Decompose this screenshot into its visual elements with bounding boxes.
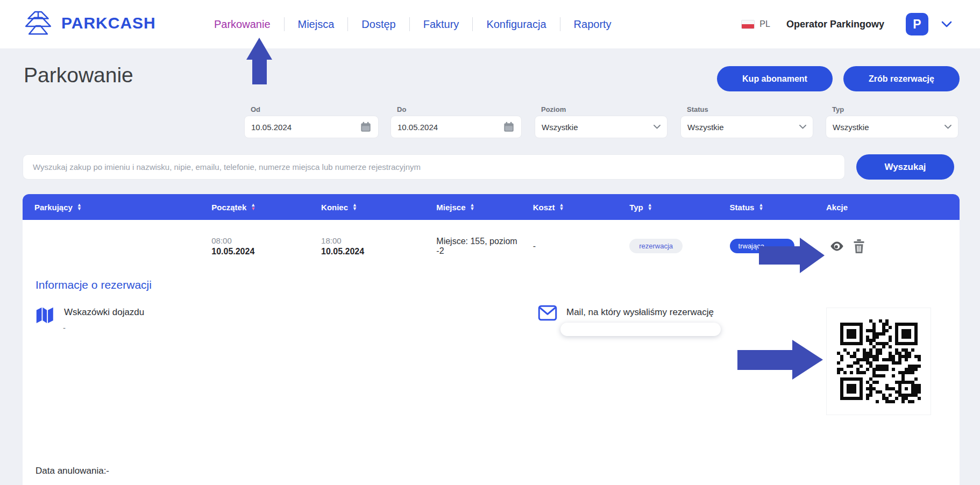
nav-item-raporty[interactable]: Raporty xyxy=(574,18,612,31)
user-menu-chevron[interactable] xyxy=(941,21,952,27)
sort-icon: ▲▼ xyxy=(559,203,564,211)
date-to-value: 10.05.2024 xyxy=(397,123,503,132)
trash-icon xyxy=(852,239,866,254)
column-header-typ[interactable]: Typ▲▼ xyxy=(617,203,718,212)
reservation-info-heading: Informacje o rezerwacji xyxy=(35,279,152,291)
nav-item-miejsca[interactable]: Miejsca xyxy=(298,18,335,31)
nav-separator xyxy=(284,17,285,31)
filter-type: Typ Wszystkie xyxy=(826,105,958,138)
qr-code-image xyxy=(837,319,921,403)
cell-miejsce: Miejsce: 155, poziom -2 xyxy=(424,237,521,256)
directions-label: Wskazówki dojazdu xyxy=(64,305,144,318)
column-header-poczatek[interactable]: Początek▲▼ xyxy=(200,203,309,212)
view-reservation-button[interactable] xyxy=(829,239,844,254)
chevron-down-icon xyxy=(799,125,806,129)
nav-separator xyxy=(560,17,560,31)
nav-item-dostep[interactable]: Dostęp xyxy=(361,18,395,31)
parkcash-logo-icon xyxy=(24,9,53,37)
make-reservation-button[interactable]: Zrób rezerwację xyxy=(843,66,960,91)
buy-subscription-button[interactable]: Kup abonament xyxy=(717,66,833,91)
nav-separator xyxy=(472,17,473,31)
column-header-parkujacy[interactable]: Parkujący▲▼ xyxy=(23,203,200,212)
cell-koszt: - xyxy=(521,241,617,251)
filter-status: Status Wszystkie xyxy=(680,105,813,138)
filter-label: Typ xyxy=(832,105,958,113)
end-date: 10.05.2024 xyxy=(321,247,424,256)
sort-icon: ▲▼ xyxy=(470,203,475,211)
mail-label: Mail, na który wysłaliśmy rezerwację xyxy=(566,305,714,318)
nav-item-parkowanie[interactable]: Parkowanie xyxy=(214,18,271,31)
mail-address-pill xyxy=(560,323,721,336)
chevron-down-icon xyxy=(941,21,952,27)
sort-icon: ▲▼ xyxy=(251,203,255,211)
date-from-value: 10.05.2024 xyxy=(251,123,360,132)
parkcash-app: PARKCASH Parkowanie Miejsca Dostęp Faktu… xyxy=(0,0,980,485)
poland-flag-icon[interactable] xyxy=(741,20,755,29)
nav-item-konfiguracja[interactable]: Konfiguracja xyxy=(486,18,546,31)
sort-icon: ▲▼ xyxy=(648,203,652,211)
top-navigation-bar: PARKCASH Parkowanie Miejsca Dostęp Faktu… xyxy=(0,0,980,48)
sort-icon: ▲▼ xyxy=(77,203,82,211)
table-header: Parkujący▲▼ Początek▲▼ Koniec▲▼ Miejsce▲… xyxy=(23,194,960,220)
calendar-icon xyxy=(360,121,372,133)
cell-typ: rezerwacja xyxy=(617,239,718,253)
map-icon xyxy=(34,305,55,324)
date-to-input[interactable]: 10.05.2024 xyxy=(390,116,522,138)
annotation-arrow-qr xyxy=(737,340,823,380)
annotation-arrow-up-nav xyxy=(246,38,272,84)
cell-poczatek: 08:00 10.05.2024 xyxy=(200,236,309,256)
mail-icon xyxy=(538,305,557,321)
cancellation-date: Data anulowania:- xyxy=(35,466,109,476)
column-header-akcje: Akcje xyxy=(814,203,960,212)
avatar[interactable]: P xyxy=(906,13,928,35)
main-nav: Parkowanie Miejsca Dostęp Faktury Konfig… xyxy=(214,0,612,48)
user-name: Operator Parkingowy xyxy=(786,19,884,30)
brand-name: PARKCASH xyxy=(61,14,156,32)
page-title: Parkowanie xyxy=(24,63,133,87)
sort-icon: ▲▼ xyxy=(758,203,763,211)
directions-value: - xyxy=(63,323,66,332)
filter-date-from: Od 10.05.2024 xyxy=(244,105,379,138)
start-time: 08:00 xyxy=(211,236,309,245)
sort-icon: ▲▼ xyxy=(352,203,357,211)
filter-label: Do xyxy=(397,105,522,113)
column-header-status[interactable]: Status▲▼ xyxy=(718,203,814,212)
search-input[interactable] xyxy=(23,154,845,180)
user-area: PL Operator Parkingowy P xyxy=(741,0,952,48)
mail-item: Mail, na który wysłaliśmy rezerwację xyxy=(538,305,714,321)
eye-icon xyxy=(829,239,844,254)
type-badge: rezerwacja xyxy=(629,239,683,253)
language-code[interactable]: PL xyxy=(759,19,770,29)
nav-item-faktury[interactable]: Faktury xyxy=(423,18,459,31)
directions-item[interactable]: Wskazówki dojazdu xyxy=(34,305,144,324)
filter-label: Od xyxy=(251,105,379,113)
date-from-input[interactable]: 10.05.2024 xyxy=(244,116,379,138)
level-value: Wszystkie xyxy=(542,123,654,132)
filter-label: Poziom xyxy=(541,105,667,113)
type-select[interactable]: Wszystkie xyxy=(826,116,958,138)
filter-level: Poziom Wszystkie xyxy=(535,105,667,138)
cell-koniec: 18:00 10.05.2024 xyxy=(309,236,424,256)
status-value: Wszystkie xyxy=(687,123,799,132)
chevron-down-icon xyxy=(945,125,951,129)
status-select[interactable]: Wszystkie xyxy=(680,116,813,138)
start-date: 10.05.2024 xyxy=(211,247,309,256)
nav-separator xyxy=(409,17,410,31)
search-button[interactable]: Wyszukaj xyxy=(856,154,954,180)
filter-label: Status xyxy=(687,105,813,113)
type-value: Wszystkie xyxy=(833,123,945,132)
column-header-koszt[interactable]: Koszt▲▼ xyxy=(521,203,617,212)
calendar-icon xyxy=(503,121,515,133)
delete-reservation-button[interactable] xyxy=(852,239,866,254)
column-header-miejsce[interactable]: Miejsce▲▼ xyxy=(424,203,521,212)
chevron-down-icon xyxy=(654,125,661,129)
annotation-arrow-actions xyxy=(759,238,825,273)
nav-separator xyxy=(347,17,348,31)
reservation-qr-code xyxy=(826,308,931,415)
brand-logo[interactable]: PARKCASH xyxy=(24,9,156,37)
level-select[interactable]: Wszystkie xyxy=(535,116,667,138)
filter-date-to: Do 10.05.2024 xyxy=(390,105,522,138)
end-time: 18:00 xyxy=(321,236,424,245)
column-header-koniec[interactable]: Koniec▲▼ xyxy=(309,203,424,212)
cell-akcje xyxy=(814,239,960,254)
